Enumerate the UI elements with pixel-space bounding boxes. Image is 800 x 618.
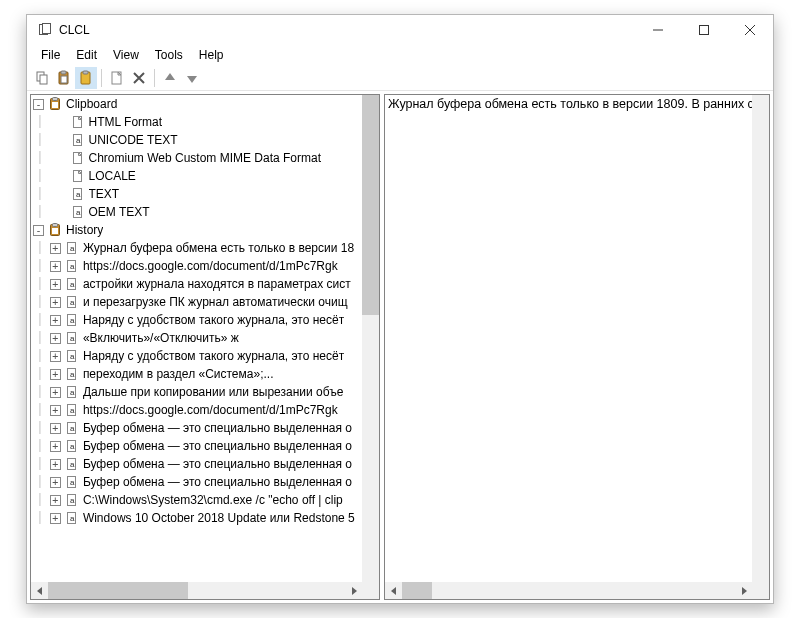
svg-text:a: a xyxy=(76,190,81,199)
close-button[interactable] xyxy=(727,15,773,45)
scrollbar-thumb[interactable] xyxy=(402,582,432,599)
tree-item[interactable]: │ aUNICODE TEXT xyxy=(31,131,362,149)
tree-item[interactable]: │ aTEXT xyxy=(31,185,362,203)
title-bar[interactable]: CLCL xyxy=(27,15,773,45)
clipboard-tree[interactable]: -Clipboard │ HTML Format │ aUNICODE TEXT… xyxy=(31,95,362,582)
expand-toggle[interactable]: + xyxy=(50,279,61,290)
tree-item[interactable]: -History xyxy=(31,221,362,239)
tree-item[interactable]: │ +aи перезагрузке ПК журнал автоматичес… xyxy=(31,293,362,311)
preview-text[interactable]: Журнал буфера обмена есть только в верси… xyxy=(385,95,769,599)
expand-toggle[interactable]: - xyxy=(33,225,44,236)
maximize-button[interactable] xyxy=(681,15,727,45)
preview-horizontal-scrollbar[interactable] xyxy=(385,582,752,599)
scroll-left-button[interactable] xyxy=(385,582,402,599)
tree-item[interactable]: │ HTML Format xyxy=(31,113,362,131)
expand-toggle[interactable]: + xyxy=(50,261,61,272)
expand-toggle[interactable]: + xyxy=(50,405,61,416)
tree-item[interactable]: │ LOCALE xyxy=(31,167,362,185)
clipboard-viewer-button[interactable] xyxy=(75,67,97,89)
tree-item[interactable]: │ +aБуфер обмена — это специально выделе… xyxy=(31,419,362,437)
menu-view[interactable]: View xyxy=(105,47,147,63)
svg-text:a: a xyxy=(76,136,81,145)
tree-item-label: OEM TEXT xyxy=(89,203,150,221)
tree-item-label: Наряду с удобством такого журнала, это н… xyxy=(83,311,344,329)
move-up-button[interactable] xyxy=(159,67,181,89)
move-down-button[interactable] xyxy=(181,67,203,89)
tree-item-label: Буфер обмена — это специально выделенная… xyxy=(83,473,352,491)
clipboard-icon xyxy=(47,96,63,112)
expand-toggle[interactable]: + xyxy=(50,351,61,362)
menu-tools[interactable]: Tools xyxy=(147,47,191,63)
svg-text:a: a xyxy=(70,352,75,361)
text-file-icon: a xyxy=(64,438,80,454)
expand-toggle[interactable]: + xyxy=(50,387,61,398)
tree-item-label: TEXT xyxy=(89,185,120,203)
scroll-right-button[interactable] xyxy=(345,582,362,599)
svg-rect-24 xyxy=(53,224,58,227)
svg-rect-1 xyxy=(43,24,51,34)
file-icon xyxy=(70,114,86,130)
expand-toggle[interactable]: + xyxy=(50,423,61,434)
scroll-left-button[interactable] xyxy=(31,582,48,599)
copy-button[interactable] xyxy=(31,67,53,89)
clipboard-icon xyxy=(47,222,63,238)
tree-vertical-scrollbar[interactable] xyxy=(362,95,379,582)
expand-toggle[interactable]: + xyxy=(50,243,61,254)
expand-toggle[interactable]: - xyxy=(33,99,44,110)
tree-item[interactable]: │ +aНаряду с удобством такого журнала, э… xyxy=(31,347,362,365)
menu-file[interactable]: File xyxy=(33,47,68,63)
tree-item[interactable]: │ +aЖурнал буфера обмена есть только в в… xyxy=(31,239,362,257)
expand-toggle[interactable]: + xyxy=(50,513,61,524)
expand-toggle[interactable]: + xyxy=(50,459,61,470)
tree-item[interactable]: │ +ahttps://docs.google.com/document/d/1… xyxy=(31,401,362,419)
tree-item-label: C:\Windows\System32\cmd.exe /c "echo off… xyxy=(83,491,343,509)
scrollbar-corner xyxy=(362,582,379,599)
tree-item[interactable]: │ Chromium Web Custom MIME Data Format xyxy=(31,149,362,167)
tree-item[interactable]: │ +aC:\Windows\System32\cmd.exe /c "echo… xyxy=(31,491,362,509)
tree-horizontal-scrollbar[interactable] xyxy=(31,582,362,599)
tree-item[interactable]: │ +a«Включить»/«Отключить» ж xyxy=(31,329,362,347)
text-file-icon: a xyxy=(70,186,86,202)
delete-button[interactable] xyxy=(128,67,150,89)
svg-text:a: a xyxy=(70,496,75,505)
tree-item-label: Дальше при копировании или вырезании объ… xyxy=(83,383,343,401)
tree-item[interactable]: │ aOEM TEXT xyxy=(31,203,362,221)
svg-rect-25 xyxy=(52,228,58,234)
tree-item[interactable]: -Clipboard xyxy=(31,95,362,113)
expand-toggle[interactable]: + xyxy=(50,369,61,380)
tree-item-label: «Включить»/«Отключить» ж xyxy=(83,329,239,347)
tree-item[interactable]: │ +aБуфер обмена — это специально выделе… xyxy=(31,473,362,491)
text-file-icon: a xyxy=(64,294,80,310)
svg-text:a: a xyxy=(70,334,75,343)
expand-toggle[interactable]: + xyxy=(50,315,61,326)
tree-item[interactable]: │ +aБуфер обмена — это специально выделе… xyxy=(31,455,362,473)
file-icon xyxy=(70,168,86,184)
preview-panel: Журнал буфера обмена есть только в верси… xyxy=(384,94,770,600)
text-file-icon: a xyxy=(64,276,80,292)
scroll-right-button[interactable] xyxy=(735,582,752,599)
tree-item[interactable]: │ +aастройки журнала находятся в парамет… xyxy=(31,275,362,293)
svg-text:a: a xyxy=(70,478,75,487)
new-button[interactable] xyxy=(106,67,128,89)
tree-item[interactable]: │ +aНаряду с удобством такого журнала, э… xyxy=(31,311,362,329)
minimize-button[interactable] xyxy=(635,15,681,45)
scrollbar-thumb[interactable] xyxy=(362,95,379,315)
expand-toggle[interactable]: + xyxy=(50,297,61,308)
text-file-icon: a xyxy=(64,312,80,328)
menu-help[interactable]: Help xyxy=(191,47,232,63)
scrollbar-thumb[interactable] xyxy=(48,582,188,599)
text-file-icon: a xyxy=(64,348,80,364)
tree-item[interactable]: │ +aДальше при копировании или вырезании… xyxy=(31,383,362,401)
menu-edit[interactable]: Edit xyxy=(68,47,105,63)
tree-item[interactable]: │ +aWindows 10 October 2018 Update или R… xyxy=(31,509,362,527)
expand-toggle[interactable]: + xyxy=(50,495,61,506)
tree-item[interactable]: │ +aпереходим в раздел «Система»;... xyxy=(31,365,362,383)
expand-toggle[interactable]: + xyxy=(50,333,61,344)
expand-toggle[interactable]: + xyxy=(50,477,61,488)
preview-vertical-scrollbar[interactable] xyxy=(752,95,769,582)
expand-toggle[interactable]: + xyxy=(50,441,61,452)
svg-rect-2 xyxy=(700,26,709,35)
paste-button[interactable] xyxy=(53,67,75,89)
tree-item[interactable]: │ +aБуфер обмена — это специально выделе… xyxy=(31,437,362,455)
tree-item[interactable]: │ +ahttps://docs.google.com/document/d/1… xyxy=(31,257,362,275)
